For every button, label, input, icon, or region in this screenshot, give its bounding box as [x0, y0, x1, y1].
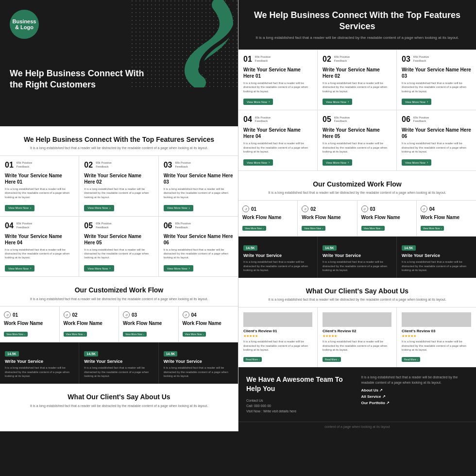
view-more-button[interactable]: View More Now › — [5, 205, 34, 211]
right-reviews-title: What Our Client's Say About Us — [253, 287, 461, 295]
view-more-button[interactable]: View More Now › — [323, 99, 352, 105]
stat-description: It is a long established fact that a rea… — [402, 260, 471, 272]
service-feedback: 65k Positive Feedback — [175, 161, 190, 169]
view-more-button[interactable]: View More Now › — [5, 265, 34, 272]
stat-badge: 14.5K — [323, 245, 337, 251]
right-workflow-desc: It is a long established fact that a rea… — [253, 190, 461, 195]
review-text: It is a long established fact that a rea… — [323, 340, 391, 352]
stat-title: Write Your Service — [323, 253, 391, 258]
view-more-button[interactable]: View More Now › — [243, 99, 273, 105]
review-image — [323, 312, 391, 327]
hero-swirl-decoration — [131, 0, 238, 87]
footer-contact: Contact Us Call: 000 000 00 Visit Now : … — [246, 398, 354, 414]
view-more-button[interactable]: View More Now › — [402, 99, 431, 105]
arrow-icon: › — [263, 227, 264, 230]
workflow-name: Work Flow Name — [361, 214, 412, 221]
service-description: It is a long established fact that a rea… — [84, 248, 153, 260]
footer-cta-heading: We Have A Awesome Team To Help You — [246, 375, 354, 392]
stat-description: It is a long established fact that a rea… — [5, 366, 74, 378]
service-description: It is a long established fact that a rea… — [5, 248, 74, 260]
stat-description: It is a long established fact that a rea… — [243, 260, 312, 272]
review-read-more-button[interactable]: Read More › — [243, 357, 262, 362]
workflow-name: Work Flow Name — [302, 214, 353, 221]
service-name: Write Your Service Name Here 01 — [5, 172, 74, 185]
arrow-icon: › — [109, 206, 110, 210]
view-more-button[interactable]: View More Now › — [243, 159, 273, 166]
workflow-number: 03 — [370, 206, 375, 212]
arrow-icon: › — [338, 358, 339, 361]
arrow-icon: › — [269, 100, 270, 103]
workflow-number: 01 — [13, 312, 18, 318]
view-more-button[interactable]: View More Now › — [402, 159, 431, 166]
service-description: It is a long established fact that a rea… — [5, 187, 74, 199]
review-title: Client's Review 03 — [402, 329, 471, 333]
view-more-button[interactable]: View More Now › — [84, 205, 114, 211]
view-more-button[interactable]: View More Now › — [164, 205, 193, 211]
service-feedback: 65k Positive Feedback — [255, 116, 271, 124]
view-more-button[interactable]: View More Now › — [164, 265, 193, 272]
service-description: It is a long established fact that a rea… — [164, 248, 233, 260]
workflow-name: Work Flow Name — [183, 320, 235, 326]
service-number: 06 — [164, 221, 172, 230]
review-card: Client's Review 01★★★★★It is a long esta… — [238, 307, 318, 367]
review-read-more-button[interactable]: Read More › — [402, 357, 420, 362]
left-features-title: We Help Business Connect With the Top Fe… — [15, 135, 223, 144]
review-card: Client's Review 02★★★★★It is a long esta… — [318, 307, 397, 367]
workflow-card: ↺04Work Flow NameView More Now › — [417, 201, 476, 236]
right-hero: We Help Business Connect With the Top Fe… — [238, 0, 476, 50]
footer-nav: About Us ↗All Service ↗Our Portfolio ↗ — [361, 388, 469, 405]
workflow-card: ↺03Work Flow NameView More Now › — [357, 201, 417, 236]
left-features-desc: It is a long established fact that a rea… — [15, 146, 223, 151]
arrow-icon: › — [322, 227, 323, 230]
contact-label: Contact Us — [246, 398, 354, 403]
workflow-card: ↺02Work Flow NameView More Now › — [60, 306, 119, 342]
service-number: 04 — [5, 221, 14, 230]
workflow-icon: ↺ — [421, 205, 427, 212]
stat-card: 14.5KWrite Your ServiceIt is a long esta… — [0, 342, 79, 384]
workflow-view-button[interactable]: View More Now › — [242, 226, 266, 231]
footer-nav-item[interactable]: All Service ↗ — [361, 394, 469, 399]
arrow-icon: › — [427, 161, 428, 164]
workflow-name: Work Flow Name — [421, 214, 472, 221]
stat-title: Write Your Service — [5, 359, 74, 364]
service-feedback: 65k Positive Feedback — [334, 55, 350, 63]
arrow-icon: › — [84, 333, 85, 336]
workflow-view-button[interactable]: View More Now › — [183, 332, 206, 337]
workflow-view-button[interactable]: View More Now › — [361, 226, 385, 231]
workflow-number: 01 — [251, 206, 256, 212]
footer-cta-left: We Have A Awesome Team To Help You Conta… — [246, 375, 354, 414]
view-more-button[interactable]: View More Now › — [84, 265, 114, 272]
service-number: 03 — [164, 161, 172, 170]
view-more-button[interactable]: View More Now › — [323, 159, 352, 166]
workflow-view-button[interactable]: View More Now › — [4, 332, 28, 337]
arrow-icon: › — [30, 206, 31, 210]
left-reviews-title: What Our Client's Say About Us — [15, 392, 223, 401]
workflow-number: 04 — [191, 312, 197, 318]
footer-nav-item[interactable]: Our Portfolio ↗ — [361, 401, 469, 405]
service-card: 0365k Positive FeedbackWrite Your Servic… — [159, 156, 238, 217]
service-number: 01 — [5, 161, 14, 170]
service-card: 0665k Positive FeedbackWrite Your Servic… — [397, 110, 476, 171]
stat-title: Write Your Service — [84, 359, 153, 364]
workflow-card: ↺01Work Flow NameView More Now › — [238, 201, 298, 236]
service-number: 05 — [84, 221, 93, 230]
workflow-number: 03 — [132, 312, 137, 318]
right-reviews-desc: It is a long established fact that a rea… — [253, 297, 461, 302]
business-logo: Business & Logo — [10, 10, 39, 39]
review-read-more-button[interactable]: Read More › — [323, 357, 341, 362]
service-description: It is a long established fact that a rea… — [323, 141, 391, 153]
workflow-view-button[interactable]: View More Now › — [421, 226, 444, 231]
service-feedback: 65k Positive Feedback — [17, 161, 32, 169]
arrow-icon: › — [203, 333, 204, 336]
left-workflow-grid: ↺01Work Flow NameView More Now ›↺02Work … — [0, 306, 238, 342]
workflow-view-button[interactable]: View More Now › — [123, 332, 147, 337]
workflow-view-button[interactable]: View More Now › — [302, 226, 325, 231]
workflow-name: Work Flow Name — [4, 320, 55, 326]
right-reviews-grid: Client's Review 01★★★★★It is a long esta… — [238, 307, 476, 367]
workflow-view-button[interactable]: View More Now › — [64, 332, 87, 337]
workflow-icon: ↺ — [4, 311, 11, 318]
footer-nav-item[interactable]: About Us ↗ — [361, 388, 469, 392]
workflow-icon: ↺ — [183, 311, 189, 318]
service-card: 0565k Positive FeedbackWrite Your Servic… — [79, 217, 158, 277]
arrow-icon: › — [348, 161, 349, 164]
